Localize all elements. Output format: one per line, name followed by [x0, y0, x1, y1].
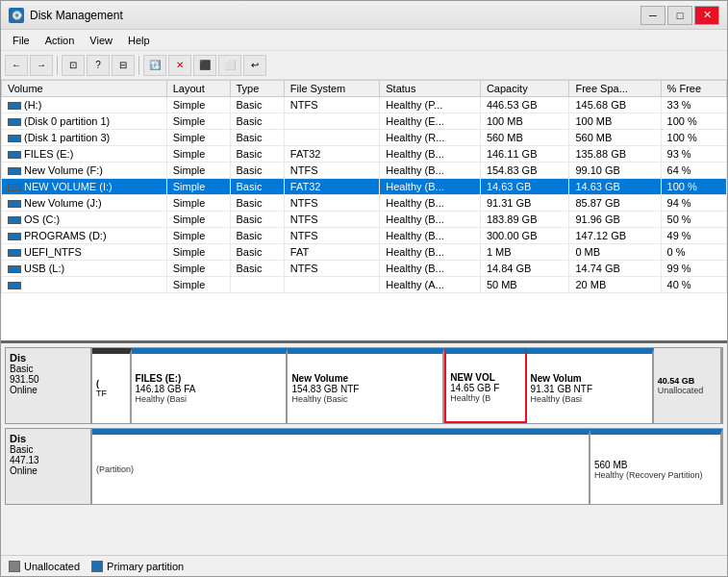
- table-row[interactable]: OS (C:)SimpleBasicNTFSHealthy (B...183.8…: [2, 212, 727, 228]
- disk-0-part-newvol[interactable]: New Volume 154.83 GB NTF Healthy (Basic: [288, 348, 444, 423]
- table-row[interactable]: FILES (E:)SimpleBasicFAT32Healthy (B...1…: [2, 146, 727, 163]
- disk-1-type: Basic: [10, 444, 87, 455]
- col-capacity[interactable]: Capacity: [480, 81, 569, 97]
- table-row[interactable]: (Disk 0 partition 1)SimpleBasicHealthy (…: [2, 113, 727, 130]
- help-button[interactable]: ?: [87, 55, 110, 76]
- disk-0-size: 931.50: [10, 374, 87, 385]
- toolbar-sep-2: [138, 56, 139, 75]
- disk-0-part-0[interactable]: ( TF: [92, 348, 132, 423]
- close-button[interactable]: ✕: [694, 6, 719, 25]
- main-content: Volume Layout Type File System Status Ca…: [1, 80, 727, 576]
- disk-1-part-recovery[interactable]: 560 MB Healthy (Recovery Partition): [590, 429, 722, 504]
- disk-0-part-newvol2[interactable]: NEW VOL 14.65 GB F Healthy (B: [444, 348, 526, 423]
- col-status[interactable]: Status: [380, 81, 481, 97]
- delete-button[interactable]: ✕: [168, 55, 191, 76]
- extend-button[interactable]: ⬜: [218, 55, 241, 76]
- table-row[interactable]: SimpleHealthy (A...50 MB20 MB40 %: [2, 277, 727, 293]
- table-row[interactable]: New Volume (J:)SimpleBasicNTFSHealthy (B…: [2, 195, 727, 212]
- disk-1-info: Dis Basic 447.13 Online: [6, 429, 92, 504]
- rescan-button[interactable]: 🔃: [143, 55, 166, 76]
- format-button[interactable]: ⬛: [193, 55, 216, 76]
- title-bar-left: 💽 Disk Management: [9, 8, 123, 23]
- app-icon: 💽: [9, 8, 24, 23]
- table-row[interactable]: (H:)SimpleBasicNTFSHealthy (P...446.53 G…: [2, 97, 727, 113]
- legend-primary-box: [91, 561, 103, 572]
- menu-view[interactable]: View: [82, 33, 120, 48]
- window-title: Disk Management: [30, 9, 123, 22]
- col-volume[interactable]: Volume: [2, 81, 167, 97]
- maximize-button[interactable]: □: [667, 6, 692, 25]
- disk-0-info: Dis Basic 931.50 Online: [6, 348, 92, 423]
- disk-0-row: Dis Basic 931.50 Online ( TF FILES (E:) …: [5, 347, 723, 424]
- disk-1-part-0[interactable]: (Partition): [92, 429, 590, 504]
- legend-primary: Primary partition: [91, 561, 184, 572]
- col-type[interactable]: Type: [230, 81, 284, 97]
- main-window: 💽 Disk Management ─ □ ✕ File Action View…: [0, 0, 728, 577]
- col-pctfree[interactable]: % Free: [661, 81, 726, 97]
- col-layout[interactable]: Layout: [166, 81, 230, 97]
- title-bar: 💽 Disk Management ─ □ ✕: [1, 1, 727, 30]
- table-row[interactable]: New Volume (F:)SimpleBasicNTFSHealthy (B…: [2, 163, 727, 179]
- disk-0-unallocated[interactable]: 40.54 GB Unallocated: [654, 348, 722, 423]
- table-row[interactable]: NEW VOLUME (I:)SimpleBasicFAT32Healthy (…: [2, 179, 727, 195]
- legend-bar: Unallocated Primary partition: [1, 555, 727, 576]
- table-row[interactable]: UEFI_NTFSSimpleBasicFATHealthy (B...1 MB…: [2, 244, 727, 261]
- table-row[interactable]: USB (L:)SimpleBasicNTFSHealthy (B...14.8…: [2, 261, 727, 277]
- table-row[interactable]: (Disk 1 partition 3)SimpleBasicHealthy (…: [2, 130, 727, 146]
- toolbar-sep-1: [57, 56, 58, 75]
- col-filesystem[interactable]: File System: [284, 81, 379, 97]
- disk-graphical-section: Dis Basic 931.50 Online ( TF FILES (E:) …: [1, 343, 727, 555]
- menu-file[interactable]: File: [5, 33, 38, 48]
- disk-0-type: Basic: [10, 364, 87, 374]
- disk-1-row: Dis Basic 447.13 Online (Partition) 560 …: [5, 428, 723, 505]
- disk-0-name: Dis: [10, 352, 87, 364]
- shrink-button[interactable]: ↩: [243, 55, 266, 76]
- forward-button[interactable]: →: [30, 55, 53, 76]
- col-freespace[interactable]: Free Spa...: [569, 81, 661, 97]
- disk-mgmt-button[interactable]: ⊡: [62, 55, 85, 76]
- disk-1-size: 447.13: [10, 455, 87, 465]
- menu-help[interactable]: Help: [120, 33, 158, 48]
- legend-unallocated: Unallocated: [9, 561, 80, 572]
- disk-0-part-newvol3[interactable]: New Volum 91.31 GB NTF Healthy (Basi: [527, 348, 654, 423]
- legend-unallocated-box: [9, 561, 20, 572]
- table-row[interactable]: PROGRAMS (D:)SimpleBasicNTFSHealthy (B..…: [2, 228, 727, 244]
- disk-1-partitions: (Partition) 560 MB Healthy (Recovery Par…: [92, 429, 722, 504]
- title-controls: ─ □ ✕: [640, 6, 719, 25]
- back-button[interactable]: ←: [5, 55, 28, 76]
- legend-unallocated-label: Unallocated: [24, 561, 80, 572]
- disk-0-partitions: ( TF FILES (E:) 146.18 GB FA Healthy (Ba…: [92, 348, 722, 423]
- toolbar: ← → ⊡ ? ⊟ 🔃 ✕ ⬛ ⬜ ↩: [1, 51, 727, 80]
- disk-0-part-files[interactable]: FILES (E:) 146.18 GB FA Healthy (Basi: [132, 348, 289, 423]
- volume-table: Volume Layout Type File System Status Ca…: [1, 80, 727, 293]
- properties-button[interactable]: ⊟: [112, 55, 135, 76]
- minimize-button[interactable]: ─: [640, 6, 665, 25]
- disk-0-status: Online: [10, 385, 87, 395]
- disk-1-status: Online: [10, 465, 87, 476]
- menu-bar: File Action View Help: [1, 30, 727, 51]
- volume-table-section[interactable]: Volume Layout Type File System Status Ca…: [1, 80, 727, 343]
- legend-primary-label: Primary partition: [107, 561, 184, 572]
- disk-1-name: Dis: [10, 433, 87, 444]
- menu-action[interactable]: Action: [38, 33, 83, 48]
